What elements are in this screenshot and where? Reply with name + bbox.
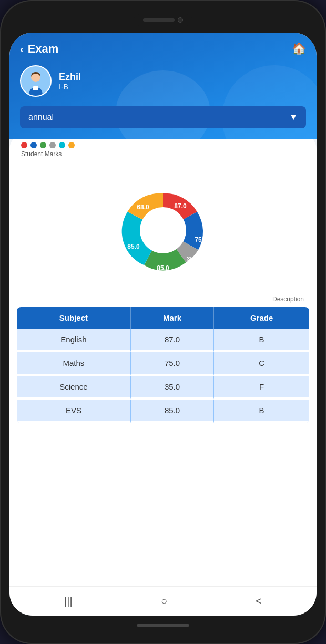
legend-dot-red bbox=[21, 142, 27, 148]
chart-label-evs2: 85.0 bbox=[127, 243, 140, 250]
legend-label: Student Marks bbox=[21, 150, 305, 158]
back-arrow-icon: ‹ bbox=[20, 43, 24, 55]
cell-subject: Science bbox=[17, 376, 131, 400]
description-label: Description bbox=[17, 295, 309, 307]
legend-dot-cyan bbox=[59, 142, 65, 148]
speaker bbox=[143, 18, 175, 22]
cell-grade: B bbox=[214, 329, 309, 352]
legend-dot-blue bbox=[30, 142, 37, 148]
col-header-grade: Grade bbox=[214, 307, 309, 329]
page-title: Exam bbox=[28, 42, 59, 56]
col-header-mark: Mark bbox=[131, 307, 214, 329]
legend-section: Student Marks bbox=[17, 142, 309, 158]
back-nav-icon[interactable]: < bbox=[247, 592, 270, 610]
exam-type-dropdown[interactable]: annual ▼ bbox=[20, 106, 306, 128]
table-row: EVS 85.0 B bbox=[17, 400, 309, 423]
top-nav: ‹ Exam 🏠 bbox=[9, 33, 317, 61]
legend-dot-green bbox=[40, 142, 46, 148]
cell-mark: 87.0 bbox=[131, 329, 214, 352]
camera-dot bbox=[178, 17, 183, 23]
marks-table: Subject Mark Grade English 87.0 B Maths … bbox=[17, 307, 309, 423]
legend-dot-yellow bbox=[68, 142, 75, 148]
cell-mark: 75.0 bbox=[131, 352, 214, 376]
home-icon[interactable]: 🏠 bbox=[292, 42, 306, 56]
phone-bottom-bar bbox=[9, 616, 317, 635]
table-row: Science 35.0 F bbox=[17, 376, 309, 400]
cell-subject: EVS bbox=[17, 400, 131, 423]
col-header-subject: Subject bbox=[17, 307, 131, 329]
table-row: Maths 75.0 C bbox=[17, 352, 309, 376]
back-button[interactable]: ‹ Exam bbox=[20, 42, 58, 56]
legend-dot-gray bbox=[49, 142, 56, 148]
camera-area bbox=[134, 14, 192, 26]
profile-section: Ezhil I-B bbox=[9, 61, 317, 106]
chart-container: 87.0 75.0 35.0 85.0 85.0 68.0 bbox=[17, 162, 309, 295]
dropdown-selected-value: annual bbox=[28, 113, 54, 122]
student-info: Ezhil I-B bbox=[59, 71, 81, 91]
chart-label-maths: 75.0 bbox=[195, 236, 207, 243]
cell-mark: 35.0 bbox=[131, 376, 214, 400]
phone-top-bar bbox=[9, 9, 317, 30]
chart-label-evs1: 85.0 bbox=[157, 264, 169, 272]
svg-point-3 bbox=[140, 207, 186, 253]
content-area: Student Marks bbox=[9, 134, 317, 586]
cell-subject: English bbox=[17, 329, 131, 352]
cell-grade: F bbox=[214, 376, 309, 400]
chart-label-english: 87.0 bbox=[174, 202, 187, 210]
chart-label-extra: 68.0 bbox=[137, 203, 149, 211]
avatar bbox=[20, 65, 52, 97]
header-area: ‹ Exam 🏠 bbox=[9, 33, 317, 139]
student-class: I-B bbox=[59, 83, 81, 91]
cell-subject: Maths bbox=[17, 352, 131, 376]
cell-grade: C bbox=[214, 352, 309, 376]
recent-apps-icon[interactable]: ||| bbox=[56, 592, 81, 610]
dropdown-section: annual ▼ bbox=[9, 106, 317, 139]
table-header-row: Subject Mark Grade bbox=[17, 307, 309, 329]
phone-screen: ‹ Exam 🏠 bbox=[9, 33, 317, 616]
table-row: English 87.0 B bbox=[17, 329, 309, 352]
student-name: Ezhil bbox=[59, 71, 81, 83]
cell-mark: 85.0 bbox=[131, 400, 214, 423]
dropdown-arrow-icon: ▼ bbox=[289, 113, 298, 122]
svg-rect-2 bbox=[33, 86, 38, 90]
bottom-nav: ||| ○ < bbox=[9, 586, 317, 616]
chart-label-science: 35.0 bbox=[187, 255, 198, 262]
legend-dots bbox=[21, 142, 305, 148]
cell-grade: B bbox=[214, 400, 309, 423]
home-button-icon[interactable]: ○ bbox=[152, 592, 176, 610]
phone-frame: ‹ Exam 🏠 bbox=[0, 0, 326, 644]
donut-chart: 87.0 75.0 35.0 85.0 85.0 68.0 bbox=[95, 167, 231, 293]
home-indicator bbox=[137, 624, 189, 627]
